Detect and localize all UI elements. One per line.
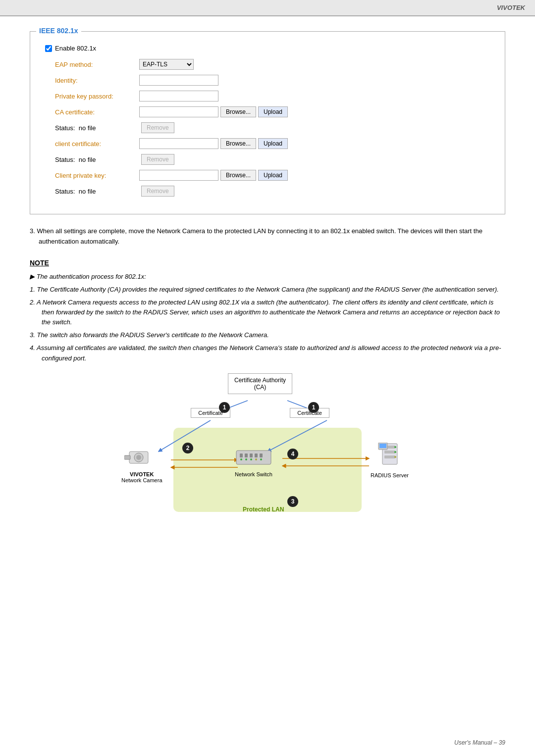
svg-point-20 <box>250 458 252 460</box>
diagram-container: Certificate Authority (CA) 1 1 Certifica… <box>30 373 505 532</box>
client-cert-row: client certificate: Browse... Upload <box>45 138 490 149</box>
network-switch-label: Network Switch <box>234 471 273 477</box>
ca-label: Certificate Authority (CA) <box>234 377 286 391</box>
client-cert-label: client certificate: <box>55 140 139 148</box>
footer-text: User's Manual – 39 <box>454 739 505 746</box>
svg-rect-25 <box>384 451 395 454</box>
svg-rect-15 <box>250 454 253 457</box>
client-pk-upload-button[interactable]: Upload <box>258 170 288 181</box>
circle-4: 4 <box>287 449 298 459</box>
step3-text: 3. When all settings are complete, move … <box>30 226 505 247</box>
client-pk-label: Client private key: <box>55 172 139 179</box>
eap-method-label: EAP method: <box>55 61 139 68</box>
svg-rect-26 <box>384 455 395 458</box>
brand-logo: VIVOTEK <box>497 4 525 11</box>
note-title: NOTE <box>30 259 505 267</box>
diagram: Certificate Authority (CA) 1 1 Certifica… <box>94 373 441 532</box>
vivotek-label: VIVOTEK <box>121 471 162 477</box>
client-cert-input[interactable] <box>139 138 218 149</box>
client-pk-status-row: Status: no file Remove <box>45 186 490 197</box>
svg-point-28 <box>394 451 396 453</box>
identity-label: Identity: <box>55 77 139 84</box>
radius-label: RADIUS Server <box>371 472 409 478</box>
ieee-title: IEEE 802.1x <box>36 27 81 35</box>
circle-3: 3 <box>287 496 298 507</box>
eap-method-select[interactable]: EAP-TLS <box>139 59 194 70</box>
svg-point-27 <box>394 446 396 448</box>
note-bullet: The authentication process for 802.1x: <box>30 272 505 282</box>
svg-rect-31 <box>379 444 386 448</box>
note-section: NOTE The authentication process for 802.… <box>30 259 505 363</box>
client-browse-button[interactable]: Browse... <box>220 138 256 149</box>
private-key-row: Private key passord: <box>45 91 490 101</box>
note-item-4: 4. Assuming all certificates are validat… <box>30 343 505 363</box>
ca-cert-row: CA certificate: Browse... Upload <box>45 106 490 117</box>
svg-point-10 <box>136 455 141 460</box>
camera-icon <box>124 447 159 469</box>
svg-rect-14 <box>245 454 248 457</box>
note-item-3: 3. The switch also forwards the RADIUS S… <box>30 330 505 340</box>
client-upload-button[interactable]: Upload <box>258 138 288 149</box>
svg-point-21 <box>255 458 257 460</box>
page-header: VIVOTEK <box>0 0 535 16</box>
svg-rect-16 <box>255 454 258 457</box>
identity-input[interactable] <box>139 75 218 86</box>
client-status-label: Status: no file <box>55 156 139 163</box>
ca-remove-button[interactable]: Remove <box>141 122 174 133</box>
client-status-row: Status: no file Remove <box>45 154 490 165</box>
radius-device: RADIUS Server <box>371 443 409 478</box>
protected-lan-label: Protected LAN <box>243 506 284 513</box>
enable-checkbox[interactable] <box>45 45 52 52</box>
network-camera-label: Network Camera <box>121 477 162 483</box>
note-item-1: 1. The Certificate Authority (CA) provid… <box>30 285 505 295</box>
private-key-input[interactable] <box>139 91 218 101</box>
client-pk-browse-button[interactable]: Browse... <box>220 170 256 181</box>
ca-upload-button[interactable]: Upload <box>258 106 288 117</box>
client-pk-remove-button[interactable]: Remove <box>141 186 174 197</box>
client-pk-status-label: Status: no file <box>55 188 139 195</box>
enable-label: Enable 802.1x <box>55 45 96 52</box>
svg-point-29 <box>394 456 396 458</box>
svg-line-3 <box>268 420 327 452</box>
private-key-label: Private key passord: <box>55 93 139 100</box>
svg-point-19 <box>245 458 247 460</box>
client-remove-button[interactable]: Remove <box>141 154 174 165</box>
radius-icon <box>374 443 406 470</box>
identity-row: Identity: <box>45 75 490 86</box>
svg-rect-11 <box>124 455 130 459</box>
eap-method-row: EAP method: EAP-TLS <box>45 59 490 70</box>
enable-row: Enable 802.1x <box>45 45 490 52</box>
ca-cert-input[interactable] <box>139 106 218 117</box>
switch-device: Network Switch <box>234 447 273 477</box>
ca-box: Certificate Authority (CA) <box>228 373 292 394</box>
svg-rect-17 <box>260 454 263 457</box>
svg-rect-13 <box>240 454 243 457</box>
ieee-section: IEEE 802.1x Enable 802.1x EAP method: EA… <box>30 31 505 214</box>
circle-1-left: 1 <box>219 402 230 413</box>
svg-point-18 <box>240 458 242 460</box>
ca-browse-button[interactable]: Browse... <box>220 106 256 117</box>
switch-icon <box>234 447 273 469</box>
client-pk-input[interactable] <box>139 170 218 181</box>
svg-point-22 <box>260 458 262 460</box>
ca-status-label: Status: no file <box>55 124 139 132</box>
camera-device: VIVOTEK Network Camera <box>121 447 162 483</box>
ca-cert-label: CA certificate: <box>55 108 139 116</box>
circle-1-right: 1 <box>308 402 319 413</box>
ca-status-row: Status: no file Remove <box>45 122 490 133</box>
circle-2: 2 <box>182 443 193 454</box>
note-item-2: 2. A Network Camera requests access to t… <box>30 298 505 327</box>
client-pk-row: Client private key: Browse... Upload <box>45 170 490 181</box>
